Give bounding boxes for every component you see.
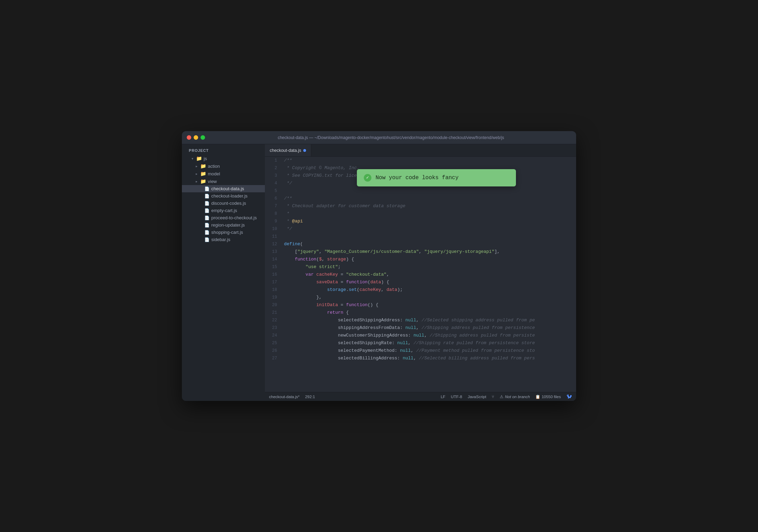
code-line-26: 26 selectedPaymentMethod: null, //Paymen… <box>265 347 576 355</box>
sidebar-item-label: checkout-loader.js <box>211 193 248 199</box>
line-number: 15 <box>265 263 283 271</box>
minimize-button[interactable] <box>194 135 198 140</box>
line-number: 14 <box>265 256 283 263</box>
line-number: 23 <box>265 324 283 332</box>
code-line-18: 18 storage.set(cacheKey, data); <box>265 286 576 294</box>
code-content: * @api <box>283 218 576 225</box>
code-content: selectedShippingAddress: null, //Selecte… <box>283 317 576 324</box>
code-content: selectedBillingAddress: null, //Selected… <box>283 355 576 362</box>
sidebar-item-label: shopping-cart.js <box>211 230 243 235</box>
code-content: ["jquery", "Magento_Customer/js/customer… <box>283 248 576 256</box>
line-number: 6 <box>265 195 283 202</box>
sidebar-item-checkout-loader-js[interactable]: ▸ 📄 checkout-loader.js <box>182 192 265 200</box>
warning-icon: ⚠ <box>500 394 503 399</box>
tab-modified-indicator <box>303 149 306 152</box>
maximize-button[interactable] <box>201 135 205 140</box>
sidebar-item-empty-cart-js[interactable]: ▸ 📄 empty-cart.js <box>182 207 265 214</box>
line-number: 19 <box>265 294 283 301</box>
line-number: 10 <box>265 225 283 233</box>
line-number: 21 <box>265 309 283 317</box>
git-icon: ⑂ <box>492 395 494 399</box>
status-language[interactable]: JavaScript <box>468 395 486 399</box>
tab-checkout-data-js[interactable]: checkout-data.js <box>265 144 311 156</box>
code-line-16: 16 var cacheKey = "checkout-data", <box>265 271 576 278</box>
sidebar-item-label: proceed-to-checkout.js <box>211 215 257 220</box>
code-content: }, <box>283 294 576 301</box>
sidebar-item-js[interactable]: ▾ 📁 js <box>182 155 265 162</box>
sidebar-title: Project <box>182 146 265 155</box>
line-number: 22 <box>265 317 283 324</box>
code-line-14: 14 function($, storage) { <box>265 256 576 263</box>
line-number: 5 <box>265 187 283 195</box>
main-area: Project ▾ 📁 js ▸ 📁 action ▸ 📁 model <box>182 144 576 401</box>
sidebar-item-checkout-data-js[interactable]: ▸ 📄 checkout-data.js <box>182 185 265 192</box>
line-number: 25 <box>265 339 283 347</box>
code-content: initData = function() { <box>283 301 576 309</box>
code-content: * Checkout adapter for customer data sto… <box>283 202 576 210</box>
code-content: selectedShippingRate: null, //Shipping r… <box>283 339 576 347</box>
line-number: 9 <box>265 218 283 225</box>
code-content: */ <box>283 225 576 233</box>
file-icon: 📄 <box>204 186 210 191</box>
code-line-20: 20 initData = function() { <box>265 301 576 309</box>
line-number: 7 <box>265 202 283 210</box>
sidebar-item-label: checkout-data.js <box>211 186 244 191</box>
sidebar-item-shopping-cart-js[interactable]: ▸ 📄 shopping-cart.js <box>182 229 265 236</box>
sidebar-item-view[interactable]: ▸ 📁 view <box>182 177 265 185</box>
code-line-10: 10 */ <box>265 225 576 233</box>
sidebar-item-label: action <box>208 164 220 169</box>
close-button[interactable] <box>187 135 191 140</box>
code-content: /** <box>283 157 576 164</box>
file-icon: 📄 <box>204 208 210 213</box>
sidebar-item-action[interactable]: ▸ 📁 action <box>182 162 265 170</box>
file-count-icon: 📋 <box>535 394 540 399</box>
status-file: checkout-data.js* <box>269 395 299 399</box>
code-line-1: 1 /** <box>265 157 576 164</box>
code-content <box>283 187 576 195</box>
squirrel-icon[interactable]: 🐿 <box>566 394 572 400</box>
sidebar-item-region-updater-js[interactable]: ▸ 📄 region-updater.js <box>182 221 265 229</box>
title-bar: checkout-data.js — ~/Downloads/magento-d… <box>182 131 576 144</box>
line-number: 24 <box>265 332 283 339</box>
editor-content[interactable]: ✓ Now your code looks fancy 1 /** 2 * Co… <box>265 157 576 392</box>
file-icon: 📄 <box>204 215 210 220</box>
folder-icon: 📁 <box>200 163 206 169</box>
status-line-ending[interactable]: LF <box>441 395 445 399</box>
sidebar-item-label: view <box>208 179 217 184</box>
code-line-11: 11 <box>265 233 576 240</box>
line-number: 20 <box>265 301 283 309</box>
traffic-lights <box>187 135 205 140</box>
tab-label: checkout-data.js <box>270 148 301 153</box>
code-line-9: 9 * @api <box>265 218 576 225</box>
code-line-21: 21 return { <box>265 309 576 317</box>
line-number: 8 <box>265 210 283 218</box>
code-content <box>283 233 576 240</box>
code-line-8: 8 * <box>265 210 576 218</box>
sidebar-item-model[interactable]: ▸ 📁 model <box>182 170 265 177</box>
line-number: 3 <box>265 172 283 180</box>
file-icon: 📄 <box>204 230 210 235</box>
code-line-23: 23 shippingAddressFromData: null, //Ship… <box>265 324 576 332</box>
code-editor: 1 /** 2 * Copyright © Magento, Inc. 3 * … <box>265 157 576 362</box>
code-line-17: 17 saveData = function(data) { <box>265 278 576 286</box>
chevron-down-icon: ▾ <box>190 156 194 160</box>
line-number: 12 <box>265 240 283 248</box>
code-content: shippingAddressFromData: null, //Shippin… <box>283 324 576 332</box>
code-line-7: 7 * Checkout adapter for customer data s… <box>265 202 576 210</box>
line-number: 16 <box>265 271 283 278</box>
line-number: 26 <box>265 347 283 355</box>
code-content: return { <box>283 309 576 317</box>
sidebar-item-label: sidebar.js <box>211 237 230 242</box>
sidebar-item-proceed-to-checkout-js[interactable]: ▸ 📄 proceed-to-checkout.js <box>182 214 265 221</box>
status-branch-text: Not on branch <box>505 395 530 399</box>
sidebar-item-sidebar-js[interactable]: ▸ 📄 sidebar.js <box>182 236 265 243</box>
status-encoding[interactable]: UTF-8 <box>451 395 462 399</box>
sidebar-item-discount-codes-js[interactable]: ▸ 📄 discount-codes.js <box>182 200 265 207</box>
file-icon: 📄 <box>204 194 210 199</box>
code-line-15: 15 "use strict"; <box>265 263 576 271</box>
status-bar: checkout-data.js* 292:1 LF UTF-8 JavaScr… <box>265 392 576 401</box>
line-number: 1 <box>265 157 283 164</box>
app-window: checkout-data.js — ~/Downloads/magento-d… <box>182 131 576 401</box>
sidebar: Project ▾ 📁 js ▸ 📁 action ▸ 📁 model <box>182 144 265 401</box>
code-content: * <box>283 210 576 218</box>
